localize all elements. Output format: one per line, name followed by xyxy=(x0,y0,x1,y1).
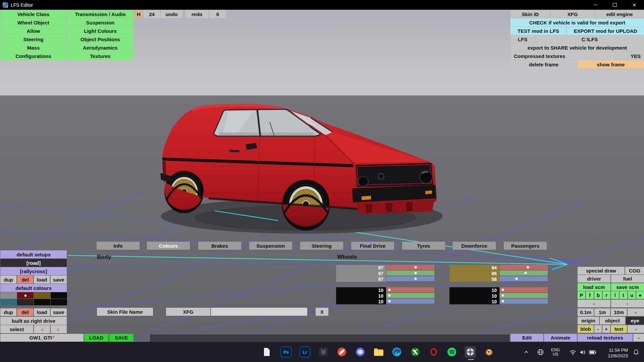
driver-button[interactable]: driver xyxy=(578,275,610,283)
toggle-b-button[interactable]: b xyxy=(594,291,602,299)
undo-count[interactable]: 0 xyxy=(209,10,226,18)
setup-load-button[interactable]: load xyxy=(34,276,50,284)
opera-gx-icon[interactable] xyxy=(428,346,439,358)
export-upload-button[interactable]: EXPORT mod for UPLOAD xyxy=(567,27,644,35)
red-slider[interactable] xyxy=(500,265,548,270)
tab-info[interactable]: Info xyxy=(97,242,140,250)
wifi-icon[interactable] xyxy=(570,342,578,362)
share-vehicle-button[interactable]: export to SHARE vehicle for development xyxy=(511,44,644,52)
skin-file-name-label[interactable]: Skin File Name xyxy=(97,308,153,316)
menu-wheel-object[interactable]: Wheel Object xyxy=(0,18,66,26)
green-slider[interactable] xyxy=(500,270,548,276)
fuel-button[interactable]: fuel xyxy=(611,275,644,283)
folder-icon[interactable] xyxy=(373,346,384,358)
blue-slider[interactable] xyxy=(500,276,548,281)
built-right-drive-button[interactable]: built as right drive xyxy=(0,317,67,325)
h-value[interactable]: 24 xyxy=(144,10,160,18)
colour-swatch-6[interactable] xyxy=(34,299,50,305)
menu-object-positions[interactable]: Object Positions xyxy=(67,35,133,43)
test-mod-button[interactable]: TEST mod in LFS xyxy=(511,27,566,35)
text-minus-button[interactable]: - xyxy=(628,325,644,333)
menu-steering[interactable]: Steering xyxy=(0,35,66,43)
check-vehicle-button[interactable]: CHECK if vehicle is valid for mod export xyxy=(511,18,644,26)
tab-suspension[interactable]: Suspension xyxy=(249,242,292,250)
grid-step-10m[interactable]: 10m xyxy=(611,308,627,316)
view-object-button[interactable]: object xyxy=(600,317,625,324)
setup-item-road[interactable]: [road] xyxy=(0,259,67,267)
discord-icon[interactable] xyxy=(355,346,366,358)
green-slider[interactable] xyxy=(500,293,548,298)
minimize-button[interactable] xyxy=(586,0,605,10)
view-origin-button[interactable]: origin xyxy=(578,317,599,324)
menu-suspension[interactable]: Suspension xyxy=(67,18,133,26)
prev-arrow-button[interactable]: ◄ xyxy=(34,325,50,333)
blob-minus-button[interactable]: - xyxy=(594,325,602,333)
colour-swatch-5[interactable] xyxy=(17,299,34,305)
text-button[interactable]: text xyxy=(611,325,627,333)
next-arrow-button[interactable]: ► xyxy=(51,325,67,333)
red-slider[interactable] xyxy=(500,287,548,292)
load-scm-button[interactable]: load scm xyxy=(578,283,610,291)
green-slider[interactable] xyxy=(386,293,434,298)
edge-icon[interactable] xyxy=(391,346,402,358)
skin-prefix-button[interactable]: XFG xyxy=(166,308,210,316)
colour-swatch-3[interactable] xyxy=(51,292,67,299)
toggle-t-button[interactable]: t xyxy=(620,291,627,299)
dash-button-1[interactable]: - xyxy=(578,300,610,307)
clock[interactable]: 11:54 PM 12/8/2023 xyxy=(594,347,628,359)
edit-mode-button[interactable]: Edit xyxy=(511,334,543,342)
setup-save-button[interactable]: save xyxy=(51,276,67,284)
volume-icon[interactable] xyxy=(580,342,588,362)
menu-aerodynamics[interactable]: Aerodynamics xyxy=(67,44,133,52)
green-slider[interactable] xyxy=(386,270,434,276)
lfs-path[interactable]: C:\LFS xyxy=(535,35,644,43)
default-colours-button[interactable]: default colours xyxy=(0,284,67,292)
game-icon[interactable] xyxy=(318,346,329,358)
reload-textures-button[interactable]: reload textures xyxy=(578,334,633,342)
colour-dup-button[interactable]: dup xyxy=(0,308,16,316)
colour-swatch-1[interactable] xyxy=(17,292,34,299)
skin-id-button[interactable]: Skin ID xyxy=(511,10,550,18)
colour-load-button[interactable]: load xyxy=(34,308,50,316)
tab-brakes[interactable]: Brakes xyxy=(198,242,241,250)
dash-button-2[interactable]: - xyxy=(611,300,644,307)
toggle-P-button[interactable]: P xyxy=(578,291,585,299)
colour-swatch-2[interactable] xyxy=(34,292,50,299)
colour-swatch-0[interactable] xyxy=(0,292,17,299)
file-icon[interactable] xyxy=(261,346,272,358)
blue-slider[interactable] xyxy=(386,299,434,304)
default-setups-button[interactable]: default setups xyxy=(0,250,67,258)
colour-swatch-7[interactable] xyxy=(51,299,67,305)
setup-dup-button[interactable]: dup xyxy=(0,276,16,284)
menu-allow[interactable]: Allow xyxy=(0,27,66,35)
close-button[interactable]: × xyxy=(625,0,644,10)
animate-mode-button[interactable]: Animate xyxy=(544,334,577,342)
spotify-icon[interactable] xyxy=(446,346,458,358)
toggle-r-button[interactable]: r xyxy=(603,291,610,299)
setup-item-rallycross[interactable]: [rallycross] xyxy=(0,267,67,275)
blender-icon[interactable] xyxy=(483,346,494,358)
rocket-game-icon[interactable] xyxy=(336,346,347,358)
tab-tyres[interactable]: Tyres xyxy=(402,242,445,250)
menu-vehicle-class[interactable]: Vehicle Class xyxy=(0,10,66,18)
menu-mass[interactable]: Mass xyxy=(0,44,66,52)
language-switcher[interactable]: ENG US xyxy=(549,348,561,357)
tab-final-drive[interactable]: Final Drive xyxy=(351,242,394,250)
tab-steering[interactable]: Steering xyxy=(300,242,343,250)
setup-del-button[interactable]: del xyxy=(17,276,33,284)
grid-step-1m[interactable]: 1m xyxy=(594,308,610,316)
blob-plus-button[interactable]: + xyxy=(602,325,610,333)
blue-slider[interactable] xyxy=(500,299,548,304)
reload-minus-button[interactable]: - xyxy=(633,334,644,342)
skin-file-input[interactable] xyxy=(211,308,307,316)
colour-save-button[interactable]: save xyxy=(51,308,67,316)
compressed-textures-label[interactable]: Compressed textures xyxy=(511,52,627,60)
menu-configurations[interactable]: Configurations xyxy=(0,52,66,60)
tab-downforce[interactable]: Downforce xyxy=(453,242,496,250)
colour-swatch-4[interactable] xyxy=(0,299,17,305)
show-frame-button[interactable]: show frame xyxy=(578,60,644,68)
tab-passengers[interactable]: Passengers xyxy=(504,242,547,250)
blue-slider[interactable] xyxy=(386,276,434,281)
toggle-dot-button[interactable]: ● xyxy=(636,291,644,299)
select-button[interactable]: select xyxy=(0,325,33,333)
